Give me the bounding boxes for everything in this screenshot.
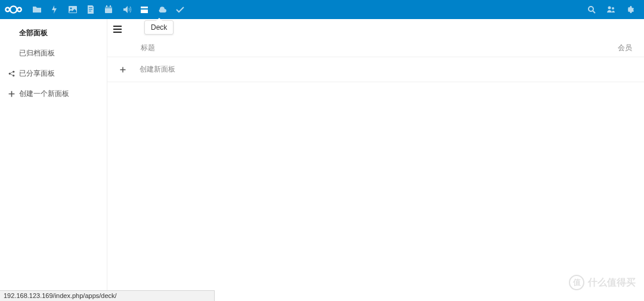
svg-point-20	[13, 75, 14, 76]
sidebar-item-label: 已归档面板	[19, 48, 55, 58]
gallery-icon[interactable]	[64, 0, 82, 19]
svg-point-19	[13, 70, 14, 72]
contacts-icon[interactable]	[601, 0, 620, 19]
svg-line-21	[10, 72, 13, 73]
main-header	[107, 19, 644, 39]
svg-line-15	[593, 11, 595, 13]
settings-icon[interactable]	[620, 0, 639, 19]
table-header: 标题 会员	[107, 39, 644, 57]
sidebar-item-label: 创建一个新面板	[19, 89, 69, 99]
activity-icon[interactable]	[46, 0, 64, 19]
hamburger-icon[interactable]	[113, 23, 125, 35]
create-board-label: 创建新面板	[140, 64, 175, 75]
svg-rect-13	[141, 10, 148, 13]
svg-rect-11	[110, 5, 111, 7]
svg-point-14	[589, 7, 593, 11]
main-panel: 标题 会员 创建新面板	[107, 19, 644, 290]
sidebar-item-archived[interactable]: 已归档面板	[0, 43, 107, 63]
notes-icon[interactable]	[82, 0, 100, 19]
svg-line-22	[10, 74, 13, 75]
top-bar	[0, 0, 644, 19]
svg-rect-9	[105, 7, 112, 8]
deck-icon[interactable]	[135, 0, 153, 19]
browser-statusbar: 192.168.123.169/index.php/apps/deck/	[0, 290, 215, 301]
sidebar-item-shared[interactable]: 已分享面板	[0, 63, 107, 83]
svg-rect-12	[141, 7, 148, 8]
search-icon[interactable]	[582, 0, 601, 19]
plus-icon	[6, 90, 17, 98]
files-icon[interactable]	[28, 0, 46, 19]
svg-point-2	[17, 8, 21, 12]
create-board-row[interactable]: 创建新面板	[107, 57, 644, 82]
column-member: 会员	[596, 43, 632, 53]
tasks-icon[interactable]	[171, 0, 189, 19]
svg-point-17	[612, 7, 614, 10]
svg-point-0	[10, 6, 17, 13]
svg-point-4	[70, 8, 72, 10]
plus-icon	[117, 64, 129, 76]
svg-rect-5	[89, 7, 92, 8]
cloud-icon[interactable]	[153, 0, 171, 19]
deck-tooltip: Deck	[144, 20, 174, 35]
sidebar: 全部面板 已归档面板 已分享面板 创建一个新面板	[0, 19, 107, 290]
sidebar-item-create[interactable]: 创建一个新面板	[0, 83, 107, 104]
svg-point-1	[5, 8, 10, 12]
topbar-right	[582, 0, 639, 19]
sidebar-item-label: 已分享面板	[19, 69, 55, 79]
svg-rect-6	[89, 9, 92, 10]
calendar-icon[interactable]	[100, 0, 117, 19]
share-icon	[6, 70, 17, 77]
audio-icon[interactable]	[117, 0, 135, 19]
statusbar-text: 192.168.123.169/index.php/apps/deck/	[4, 292, 117, 299]
sidebar-item-all-boards[interactable]: 全部面板	[0, 23, 107, 43]
svg-point-16	[608, 7, 611, 10]
nextcloud-logo[interactable]	[5, 5, 22, 14]
sidebar-item-label: 全部面板	[19, 28, 48, 38]
svg-rect-7	[89, 11, 91, 11]
tooltip-text: Deck	[151, 23, 167, 32]
content-container: 全部面板 已归档面板 已分享面板 创建一个新面板 标题 会员 创建新面板	[0, 19, 644, 290]
svg-rect-10	[106, 5, 107, 7]
column-title: 标题	[141, 43, 596, 53]
app-menu	[28, 0, 189, 19]
